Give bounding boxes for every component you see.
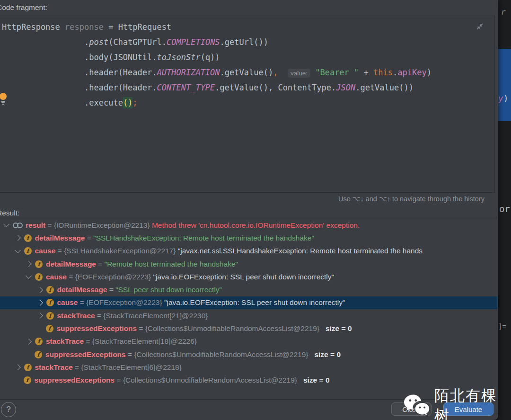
background-text-fragment: ) xyxy=(503,94,508,103)
field-icon: f xyxy=(24,247,32,255)
help-button[interactable]: ? xyxy=(1,402,16,417)
equals-sign: = xyxy=(107,286,115,294)
chevron-down-icon[interactable] xyxy=(3,221,9,227)
code-fragment-editor[interactable]: HttpResponse response = HttpRequest .pos… xyxy=(0,16,495,193)
collection-size: size = 0 xyxy=(310,350,341,359)
watermark: 陌北有棵树 xyxy=(403,386,511,420)
equals-sign: = xyxy=(95,312,104,320)
equals-sign: = xyxy=(84,337,92,346)
result-tree: result = {IORuntimeException@2213} Metho… xyxy=(0,219,497,387)
object-reference: {Collections$UnmodifiableRandomAccessLis… xyxy=(134,350,310,359)
variable-name: suppressedExceptions xyxy=(35,376,115,384)
tree-row-cause[interactable]: fcause = {EOFException@2223} "java.io.EO… xyxy=(0,270,497,283)
chevron-right-icon[interactable] xyxy=(15,235,21,241)
field-icon: f xyxy=(35,351,42,358)
field-icon: f xyxy=(35,273,43,281)
code-lines[interactable]: HttpResponse response = HttpRequest .pos… xyxy=(0,19,494,110)
collapse-editor-icon[interactable] xyxy=(476,22,484,31)
variable-name: suppressedExceptions xyxy=(57,324,137,333)
code-fragment-label: Code fragment: xyxy=(0,3,47,12)
code-line[interactable]: .execute(); xyxy=(2,95,494,110)
field-icon: f xyxy=(46,299,54,306)
variable-name: stackTrace xyxy=(46,337,84,346)
object-reference: {EOFException@2223} xyxy=(86,298,164,307)
field-icon: f xyxy=(35,338,43,345)
variable-value: "SSL peer shut down incorrectly" xyxy=(115,286,222,294)
tree-row-stackTrace[interactable]: fstackTrace = {StackTraceElement[6]@2218… xyxy=(0,361,497,374)
code-line[interactable]: HttpResponse response = HttpRequest xyxy=(2,19,494,35)
variable-value: "javax.net.ssl.SSLHandshakeException: Re… xyxy=(178,247,423,255)
field-icon: f xyxy=(24,234,32,242)
background-text-fragment: ]= xyxy=(498,322,506,330)
variable-name: cause xyxy=(35,247,56,255)
object-reference: {StackTraceElement[6]@2218} xyxy=(81,363,181,372)
variable-name: detailMessage xyxy=(57,286,107,294)
chevron-right-icon[interactable] xyxy=(37,287,43,293)
variable-name: stackTrace xyxy=(35,363,73,372)
chevron-right-icon[interactable] xyxy=(26,261,32,267)
variable-name: cause xyxy=(46,273,67,281)
field-icon: f xyxy=(46,312,54,320)
equals-sign: = xyxy=(73,363,81,372)
variable-name: detailMessage xyxy=(35,234,85,242)
chevron-right-icon[interactable] xyxy=(26,339,32,345)
tree-row-suppressedExceptions[interactable]: fsuppressedExceptions = {Collections$Unm… xyxy=(0,348,497,361)
tree-row-detailMessage[interactable]: fdetailMessage = "SSLHandshakeException:… xyxy=(0,232,497,244)
object-reference: {IORuntimeException@2213} xyxy=(54,221,152,230)
evaluate-expression-dialog: Code fragment: HttpResponse response = H… xyxy=(0,0,498,420)
tree-row-cause[interactable]: fcause = {EOFException@2223} "java.io.EO… xyxy=(0,296,497,309)
code-line[interactable]: .post(ChatGPTUrl.COMPLETIONS.getUrl()) xyxy=(2,35,494,50)
tree-row-result[interactable]: result = {IORuntimeException@2213} Metho… xyxy=(0,219,497,232)
background-text-fragment: r xyxy=(501,8,506,17)
history-navigation-hint: Use ⌥↓ and ⌥↑ to navigate through the hi… xyxy=(338,195,485,203)
variable-name: detailMessage xyxy=(46,260,96,268)
variable-value: "java.io.EOFException: SSL peer shut dow… xyxy=(164,298,345,307)
object-reference: {StackTraceElement[18]@2226} xyxy=(92,337,197,346)
tree-row-cause[interactable]: fcause = {SSLHandshakeException@2217} "j… xyxy=(0,245,497,258)
equals-sign: = xyxy=(85,234,93,242)
background-text-fragment: y xyxy=(498,94,503,103)
field-icon: f xyxy=(46,325,53,332)
background-selection-block xyxy=(498,49,511,121)
chevron-down-icon[interactable] xyxy=(26,273,32,279)
tree-row-suppressedExceptions[interactable]: fsuppressedExceptions = {Collections$Unm… xyxy=(0,322,497,335)
result-separator xyxy=(0,218,497,218)
tree-row-stackTrace[interactable]: fstackTrace = {StackTraceElement[21]@223… xyxy=(0,309,497,322)
equals-sign: = xyxy=(126,350,134,359)
collection-size: size = 0 xyxy=(321,324,352,333)
tree-row-suppressedExceptions[interactable]: fsuppressedExceptions = {Collections$Unm… xyxy=(0,374,497,387)
variable-value: "Remote host terminated the handshake" xyxy=(105,260,238,268)
chevron-right-icon[interactable] xyxy=(37,300,43,306)
object-reference: {EOFException@2223} xyxy=(75,273,153,281)
variable-name: stackTrace xyxy=(57,312,95,320)
object-reference: {SSLHandshakeException@2217} xyxy=(64,247,178,255)
intention-bulb-icon[interactable] xyxy=(0,92,8,105)
code-line[interactable]: .body(JSONUtil.toJsonStr(q)) xyxy=(2,50,494,65)
equals-sign: = xyxy=(55,247,64,255)
background-text-fragment: or xyxy=(499,204,510,214)
wechat-icon xyxy=(403,393,431,418)
watch-result-icon xyxy=(13,223,23,228)
code-line[interactable]: .header(Header.AUTHORIZATION.getValue(),… xyxy=(2,65,494,80)
variable-name: result xyxy=(26,221,45,230)
variable-value: Method threw 'cn.hutool.core.io.IORuntim… xyxy=(152,221,360,230)
chevron-down-icon[interactable] xyxy=(15,247,21,253)
equals-sign: = xyxy=(67,273,75,281)
variable-value: "java.io.EOFException: SSL peer shut dow… xyxy=(153,273,334,281)
collection-size: size = 0 xyxy=(299,376,329,384)
equals-sign: = xyxy=(96,260,105,268)
watermark-text: 陌北有棵树 xyxy=(434,386,511,420)
chevron-right-icon[interactable] xyxy=(37,313,43,319)
chevron-right-icon[interactable] xyxy=(15,365,21,371)
variable-name: suppressedExceptions xyxy=(45,350,126,359)
tree-row-detailMessage[interactable]: fdetailMessage = "Remote host terminated… xyxy=(0,258,497,270)
code-line[interactable]: .header(Header.CONTENT_TYPE.getValue(), … xyxy=(2,80,494,95)
equals-sign: = xyxy=(115,376,123,384)
field-icon: f xyxy=(46,286,54,294)
tree-row-detailMessage[interactable]: fdetailMessage = "SSL peer shut down inc… xyxy=(0,283,497,296)
object-reference: {Collections$UnmodifiableRandomAccessLis… xyxy=(123,376,299,384)
variable-name: cause xyxy=(57,298,78,307)
field-icon: f xyxy=(24,376,31,384)
field-icon: f xyxy=(24,364,32,371)
tree-row-stackTrace[interactable]: fstackTrace = {StackTraceElement[18]@222… xyxy=(0,335,497,348)
